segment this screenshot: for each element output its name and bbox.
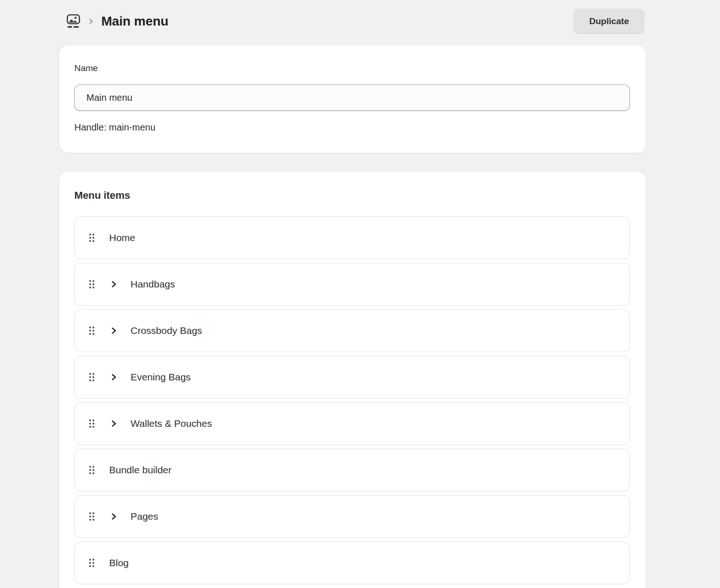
drag-handle-icon[interactable] (88, 418, 96, 429)
menu-item-label[interactable]: Evening Bags (131, 372, 191, 383)
name-field-label: Name (74, 63, 98, 73)
expand-chevron-icon[interactable] (109, 280, 118, 289)
drag-handle-icon[interactable] (88, 325, 96, 336)
menu-item-label[interactable]: Crossbody Bags (131, 325, 202, 336)
page-title: Main menu (101, 14, 168, 29)
menu-item-row[interactable]: Home (74, 216, 630, 259)
menu-items-list: Home Handbags (74, 216, 630, 584)
menu-item-row[interactable]: Blog (74, 542, 630, 584)
menu-item-row[interactable]: Handbags (74, 263, 630, 306)
menu-item-row[interactable]: Evening Bags (74, 356, 630, 399)
expand-chevron-icon[interactable] (109, 512, 118, 521)
drag-handle-icon[interactable] (88, 511, 96, 522)
menu-item-label[interactable]: Bundle builder (109, 464, 171, 476)
breadcrumb-separator-chevron-icon (87, 18, 95, 25)
menu-item-label[interactable]: Home (109, 232, 135, 243)
drag-handle-icon[interactable] (88, 279, 96, 290)
name-card: Name Handle: main-menu (59, 46, 646, 153)
menu-item-row[interactable]: Bundle builder (74, 449, 630, 491)
menu-item-row[interactable]: Pages (74, 495, 630, 538)
menu-name-input[interactable] (74, 85, 630, 111)
drag-handle-icon[interactable] (88, 464, 96, 476)
drag-handle-icon[interactable] (88, 232, 96, 243)
content-breadcrumb-button[interactable] (65, 12, 82, 31)
menu-item-label[interactable]: Wallets & Pouches (131, 418, 212, 429)
menu-item-row[interactable]: Wallets & Pouches (74, 402, 630, 445)
menu-items-card: Menu items Home (59, 172, 646, 588)
duplicate-button[interactable]: Duplicate (573, 9, 645, 34)
navigation-menu-page: Main menu Duplicate Name Handle: main-me… (0, 0, 720, 588)
menu-items-heading: Menu items (74, 189, 130, 202)
page-header: Main menu Duplicate (65, 7, 645, 35)
menu-item-row[interactable]: Crossbody Bags (74, 309, 630, 352)
handle-text: Handle: main-menu (74, 122, 156, 133)
drag-handle-icon[interactable] (88, 372, 96, 383)
expand-chevron-icon[interactable] (109, 372, 118, 382)
expand-chevron-icon[interactable] (109, 326, 118, 335)
menu-item-label[interactable]: Handbags (131, 279, 175, 290)
menu-item-label[interactable]: Blog (109, 557, 129, 568)
image-icon (65, 13, 81, 30)
expand-chevron-icon[interactable] (109, 419, 118, 428)
drag-handle-icon[interactable] (88, 557, 96, 568)
menu-item-label[interactable]: Pages (131, 511, 158, 522)
